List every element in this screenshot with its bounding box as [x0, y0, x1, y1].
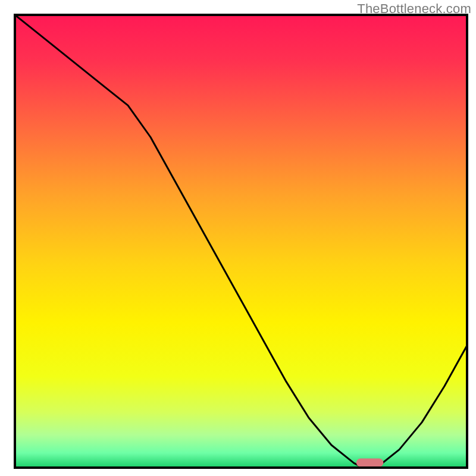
gradient-fill [16, 16, 466, 466]
watermark-text: TheBottleneck.com [357, 1, 471, 17]
optimal-marker [356, 459, 384, 467]
bottleneck-chart [0, 0, 476, 476]
